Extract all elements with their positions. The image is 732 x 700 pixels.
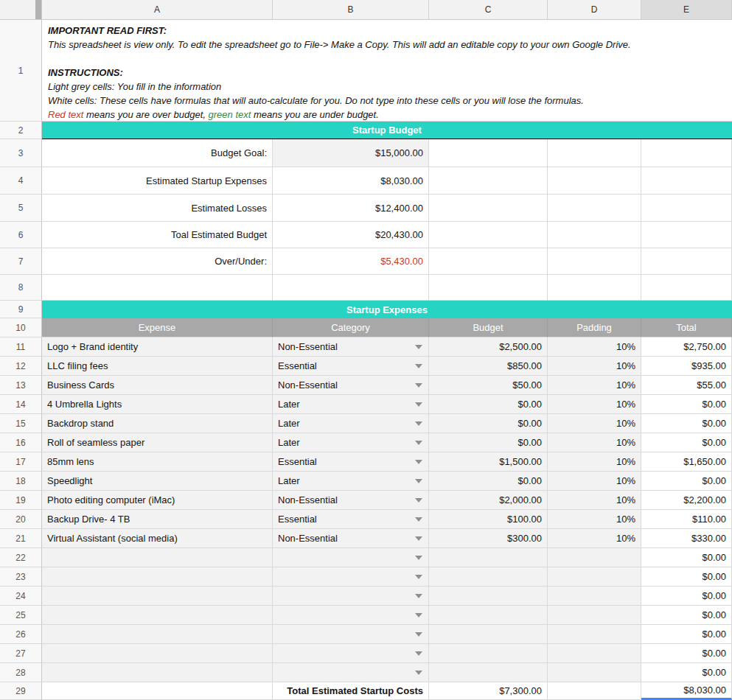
- row-number[interactable]: 20: [0, 510, 42, 529]
- expense-cell[interactable]: 4 Umbrella Lights: [42, 395, 273, 414]
- budget-banner[interactable]: Startup Budget: [42, 122, 732, 139]
- total-cell[interactable]: $0.00: [641, 587, 732, 606]
- budget-cell[interactable]: [429, 606, 548, 625]
- row-number[interactable]: 29: [0, 682, 42, 700]
- padding-cell[interactable]: 10%: [548, 395, 641, 414]
- row-number[interactable]: 11: [0, 337, 42, 357]
- chevron-down-icon[interactable]: [415, 421, 422, 426]
- expense-cell[interactable]: [42, 644, 273, 663]
- budget-value-cell[interactable]: $12,400.00: [273, 195, 429, 222]
- total-cell[interactable]: $55.00: [641, 376, 732, 395]
- budget-cell[interactable]: [429, 587, 548, 606]
- expense-cell[interactable]: Roll of seamless paper: [42, 433, 273, 452]
- row-number[interactable]: 16: [0, 433, 42, 452]
- total-cell[interactable]: $0.00: [641, 567, 732, 587]
- padding-cell[interactable]: 10%: [548, 491, 641, 510]
- total-cell[interactable]: $2,200.00: [641, 491, 732, 510]
- total-label-cell[interactable]: Total Estimated Startup Costs: [273, 682, 429, 700]
- total-cell[interactable]: $330.00: [641, 529, 732, 548]
- expense-cell[interactable]: Virtual Assistant (social media): [42, 529, 273, 548]
- category-dropdown-cell[interactable]: Later: [273, 414, 429, 433]
- column-header-e[interactable]: E: [641, 0, 732, 20]
- empty-cell[interactable]: [641, 222, 732, 248]
- row-number[interactable]: 3: [0, 139, 42, 167]
- empty-cell[interactable]: [429, 195, 548, 222]
- budget-cell[interactable]: $50.00: [429, 376, 548, 395]
- expense-cell[interactable]: Logo + Brand identity: [42, 337, 273, 357]
- budget-label-cell[interactable]: Budget Goal:: [42, 139, 273, 167]
- total-cell[interactable]: $1,650.00: [641, 452, 732, 472]
- chevron-down-icon[interactable]: [415, 632, 422, 637]
- empty-cell[interactable]: [429, 167, 548, 195]
- column-header-d[interactable]: D: [548, 0, 641, 20]
- chevron-down-icon[interactable]: [415, 517, 422, 522]
- empty-cell[interactable]: [641, 167, 732, 195]
- budget-cell[interactable]: $0.00: [429, 395, 548, 414]
- category-dropdown-cell[interactable]: Non-Essential: [273, 491, 429, 510]
- empty-cell[interactable]: [641, 139, 732, 167]
- chevron-down-icon[interactable]: [415, 556, 422, 560]
- row-number[interactable]: 8: [0, 275, 42, 301]
- expenses-banner[interactable]: Startup Expenses: [42, 301, 732, 318]
- padding-cell[interactable]: 10%: [548, 414, 641, 433]
- padding-cell[interactable]: [548, 625, 641, 644]
- budget-cell[interactable]: $0.00: [429, 433, 548, 452]
- select-all-corner[interactable]: [0, 0, 42, 20]
- chevron-down-icon[interactable]: [415, 613, 422, 617]
- header-budget[interactable]: Budget: [429, 318, 548, 337]
- budget-cell[interactable]: $300.00: [429, 529, 548, 548]
- category-dropdown-cell[interactable]: Essential: [273, 510, 429, 529]
- row-number[interactable]: 25: [0, 606, 42, 625]
- total-cell[interactable]: $0.00: [641, 433, 732, 452]
- total-cell[interactable]: $0.00: [641, 395, 732, 414]
- instructions-cell[interactable]: IMPORTANT READ FIRST: This spreadsheet i…: [42, 20, 732, 122]
- category-dropdown-cell[interactable]: [273, 567, 429, 587]
- budget-value-cell[interactable]: $20,430.00: [273, 222, 429, 248]
- empty-cell[interactable]: [548, 275, 641, 301]
- chevron-down-icon[interactable]: [415, 671, 422, 675]
- empty-cell[interactable]: [429, 139, 548, 167]
- category-dropdown-cell[interactable]: Later: [273, 395, 429, 414]
- expense-cell[interactable]: Photo editing computer (iMac): [42, 491, 273, 510]
- category-dropdown-cell[interactable]: Later: [273, 433, 429, 452]
- budget-label-cell[interactable]: Estimated Losses: [42, 195, 273, 222]
- padding-cell[interactable]: 10%: [548, 472, 641, 491]
- total-cell[interactable]: $0.00: [641, 472, 732, 491]
- row-number[interactable]: 18: [0, 472, 42, 491]
- row-number[interactable]: 17: [0, 452, 42, 472]
- budget-cell[interactable]: $2,500.00: [429, 337, 548, 357]
- category-dropdown-cell[interactable]: [273, 644, 429, 663]
- category-dropdown-cell[interactable]: [273, 606, 429, 625]
- category-dropdown-cell[interactable]: [273, 548, 429, 567]
- budget-cell[interactable]: [429, 567, 548, 587]
- empty-cell[interactable]: [273, 275, 429, 301]
- total-cell[interactable]: $0.00: [641, 625, 732, 644]
- empty-cell[interactable]: [641, 248, 732, 275]
- expense-cell[interactable]: [42, 663, 273, 682]
- category-dropdown-cell[interactable]: [273, 587, 429, 606]
- budget-value-cell[interactable]: $8,030.00: [273, 167, 429, 195]
- total-cell[interactable]: $0.00: [641, 548, 732, 567]
- expense-cell[interactable]: Business Cards: [42, 376, 273, 395]
- budget-cell[interactable]: [429, 548, 548, 567]
- row-number[interactable]: 1: [0, 20, 42, 122]
- budget-cell[interactable]: [429, 663, 548, 682]
- row-number[interactable]: 4: [0, 167, 42, 195]
- budget-cell[interactable]: [429, 625, 548, 644]
- padding-cell[interactable]: 10%: [548, 337, 641, 357]
- chevron-down-icon[interactable]: [415, 460, 422, 464]
- category-dropdown-cell[interactable]: [273, 663, 429, 682]
- row-number[interactable]: 26: [0, 625, 42, 644]
- chevron-down-icon[interactable]: [415, 402, 422, 407]
- budget-cell[interactable]: $850.00: [429, 357, 548, 376]
- category-dropdown-cell[interactable]: Non-Essential: [273, 529, 429, 548]
- budget-label-cell[interactable]: Toal Estimated Budget: [42, 222, 273, 248]
- padding-cell[interactable]: 10%: [548, 376, 641, 395]
- column-header-a[interactable]: A: [42, 0, 273, 20]
- row-number[interactable]: 22: [0, 548, 42, 567]
- empty-cell[interactable]: [548, 248, 641, 275]
- category-dropdown-cell[interactable]: Essential: [273, 357, 429, 376]
- chevron-down-icon[interactable]: [415, 651, 422, 656]
- empty-cell[interactable]: [429, 222, 548, 248]
- header-total[interactable]: Total: [641, 318, 732, 337]
